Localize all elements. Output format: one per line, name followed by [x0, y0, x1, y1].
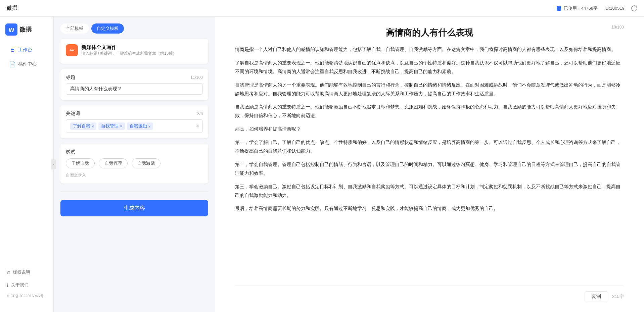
keywords-section: 关键词 3/6 了解自我 × 自我管理 × 自我激励 × ×: [60, 105, 208, 138]
try-tag-2[interactable]: 自我管理: [99, 158, 128, 168]
tab-all-templates[interactable]: 全部模板: [60, 23, 89, 34]
paragraph-3: 自我管理是高情商人的另一个重要表现。他们能够有效地控制自己的言行和行为，控制自己…: [235, 81, 624, 98]
id-label: ID:100519: [604, 6, 625, 11]
sidebar-logo: W 微撰: [0, 23, 53, 44]
word-count: 815字: [612, 294, 624, 300]
tab-custom-templates[interactable]: 自定义模板: [91, 23, 124, 34]
sidebar: W 微撰 🖥 工作台 📄 稿件中心 © 版权说明 ℹ 关于我们: [0, 17, 54, 312]
keyword-remove-3[interactable]: ×: [148, 124, 150, 128]
workbench-icon: 🖥: [9, 47, 15, 53]
collapse-button[interactable]: ‹: [51, 159, 56, 169]
divider: [60, 192, 208, 192]
usage-label: 已使用：44768字: [564, 5, 598, 11]
article-title: 高情商的人有什么表现: [235, 27, 624, 39]
svg-text:W: W: [9, 27, 14, 34]
keyword-tag-2: 自我管理 ×: [98, 122, 125, 130]
title-section: 标题 11/100: [60, 69, 208, 100]
tab-bar: 全部模板 自定义模板: [60, 23, 208, 34]
paragraph-9: 最后，培养高情商需要长期的努力和实践。只有通过不断地学习、反思和实践，才能够提高…: [235, 204, 624, 213]
paragraph-5: 那么，如何培养和提高情商呢？: [235, 125, 624, 134]
keywords-clear-icon[interactable]: ×: [196, 123, 199, 129]
card-info: 新媒体全文写作 输入标题+关键词，一键准确生成所需文章（约15秒）: [81, 44, 177, 56]
keyword-tag-3: 自我激励 ×: [127, 122, 153, 130]
template-card: ✏ 新媒体全文写作 输入标题+关键词，一键准确生成所需文章（约15秒）: [60, 39, 208, 64]
try-tag-3[interactable]: 自我激励: [132, 158, 160, 168]
try-label: 试试: [66, 149, 203, 155]
chevron-left-icon: ‹: [53, 163, 54, 166]
power-icon[interactable]: [631, 5, 637, 11]
copyright-label: 版权说明: [13, 269, 30, 275]
about-label: 关于我们: [11, 282, 29, 288]
right-panel: 10/100 高情商的人有什么表现 情商是指一个人对自己和他人的感情的认知和管理…: [215, 17, 644, 312]
sidebar-nav: 🖥 工作台 📄 稿件中心: [0, 44, 53, 267]
generate-button[interactable]: 生成内容: [60, 200, 208, 216]
article-body: 情商是指一个人对自己和他人的感情的认知和管理能力，包括了解自我、自我管理、自我激…: [235, 45, 624, 282]
paragraph-7: 第二，学会自我管理。管理自己包括控制自己的情绪、行为和言语，以及管理自己的时间和…: [235, 160, 624, 178]
center-panel: 全部模板 自定义模板 ✏ 新媒体全文写作 输入标题+关键词，一键准确生成所需文章…: [54, 17, 215, 312]
topbar: 微撰 i 已使用：44768字 ID:100519: [0, 0, 644, 17]
beian: ©ICP备2022016946号: [3, 292, 51, 300]
try-tags: 了解自我 自我管理 自我激励: [66, 158, 203, 168]
paragraph-4: 自我激励是高情商人的重要特质之一。他们能够激励自己不断地追求目标和梦想，克服困难…: [235, 103, 624, 120]
keyword-tag-1: 了解自我 ×: [70, 122, 96, 130]
right-footer: 复制 815字: [235, 285, 624, 302]
try-tag-1[interactable]: 了解自我: [66, 158, 95, 168]
main-layout: W 微撰 🖥 工作台 📄 稿件中心 © 版权说明 ℹ 关于我们: [0, 17, 644, 312]
keyword-remove-1[interactable]: ×: [92, 124, 94, 128]
paragraph-1: 情商是指一个人对自己和他人的感情的认知和管理能力，包括了解自我、自我管理、自我激…: [235, 45, 624, 54]
card-desc: 输入标题+关键词，一键准确生成所需文章（约15秒）: [81, 51, 177, 56]
topbar-right: i 已使用：44768字 ID:100519: [557, 5, 637, 11]
try-section: 试试 了解自我 自我管理 自我激励 白渐空录入: [60, 144, 208, 184]
topbar-title: 微撰: [7, 5, 17, 12]
title-counter: 11/100: [190, 75, 203, 80]
logo-text: 微撰: [19, 25, 32, 34]
keywords-counter: 3/6: [197, 111, 203, 116]
sidebar-item-label: 稿件中心: [18, 61, 37, 67]
keyword-text-2: 自我管理: [101, 123, 119, 129]
usage-info: i 已使用：44768字: [557, 5, 598, 11]
keyword-text-1: 了解自我: [73, 123, 90, 129]
card-header: ✏ 新媒体全文写作 输入标题+关键词，一键准确生成所需文章（约15秒）: [66, 44, 203, 56]
sidebar-item-copyright[interactable]: © 版权说明: [3, 267, 51, 278]
drafts-icon: 📄: [9, 61, 15, 67]
try-hint: 白渐空录入: [66, 172, 203, 178]
sidebar-bottom: © 版权说明 ℹ 关于我们 ©ICP备2022016946号: [0, 267, 53, 305]
keyword-text-3: 自我激励: [130, 123, 147, 129]
keywords-box[interactable]: 了解自我 × 自我管理 × 自我激励 × ×: [66, 119, 203, 133]
copyright-icon: ©: [7, 270, 10, 275]
copy-button[interactable]: 复制: [585, 291, 608, 302]
paragraph-6: 第一，学会了解自己。了解自己的优点、缺点、个性特质和偏好，以及自己的情感状态和情…: [235, 138, 624, 156]
card-icon: ✏: [66, 44, 78, 56]
paragraph-2: 了解自我是高情商人的重要表现之一。他们能够清楚地认识自己的优点和缺点，以及自己的…: [235, 59, 624, 76]
keyword-remove-2[interactable]: ×: [120, 124, 122, 128]
topbar-left: 微撰: [7, 5, 17, 12]
sidebar-item-workbench[interactable]: 🖥 工作台: [3, 44, 51, 56]
title-input[interactable]: [66, 83, 203, 95]
title-label-row: 标题 11/100: [66, 74, 203, 81]
article-counter: 10/100: [611, 25, 624, 30]
title-label: 标题: [66, 74, 75, 81]
keywords-label-row: 关键词 3/6: [66, 111, 203, 117]
card-title: 新媒体全文写作: [81, 44, 177, 51]
sidebar-item-label: 工作台: [18, 47, 32, 53]
keywords-label: 关键词: [66, 111, 80, 117]
sidebar-item-drafts[interactable]: 📄 稿件中心: [3, 58, 51, 70]
about-icon: ℹ: [7, 283, 8, 288]
info-icon: i: [557, 6, 561, 11]
logo-icon: W: [5, 23, 17, 36]
paragraph-8: 第三，学会激励自己。激励自己包括设定目标和计划、自我激励和自我奖励等方式。可以通…: [235, 183, 624, 200]
sidebar-item-about[interactable]: ℹ 关于我们: [3, 279, 51, 291]
